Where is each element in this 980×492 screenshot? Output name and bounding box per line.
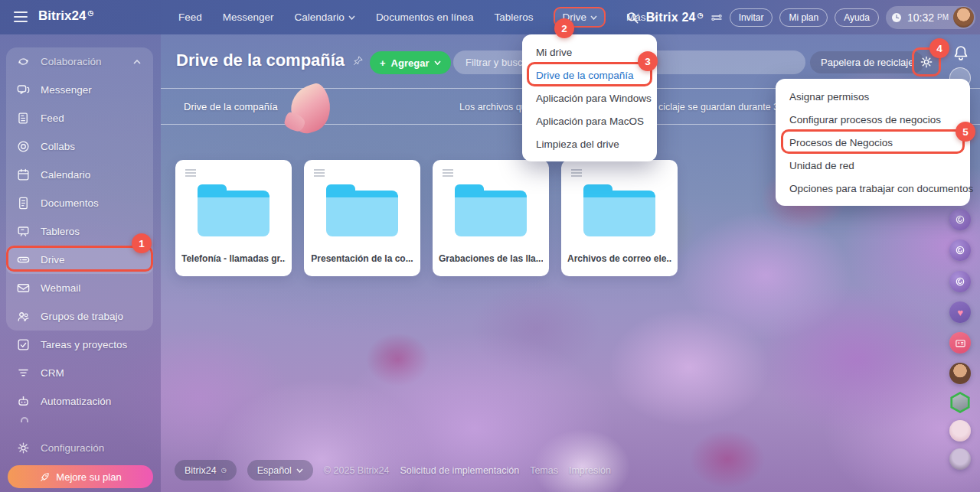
plus-icon: + [380, 57, 386, 69]
nav-item-feed[interactable]: Feed [178, 11, 202, 23]
portal-brand-text: Bitrix 24 [646, 11, 696, 24]
sidebar-item-collabs[interactable]: Collabs [6, 132, 153, 161]
sidebar-item-documentos[interactable]: Documentos [6, 189, 153, 217]
user-photo-avatar[interactable] [949, 363, 971, 384]
drive-icon [16, 253, 31, 267]
user-photo-avatar[interactable] [949, 448, 971, 470]
pin-icon[interactable] [352, 55, 364, 67]
app-logo-text: Bitrix24 [38, 8, 86, 24]
top-navigation: Feed Messenger Calendario Documentos en … [178, 0, 657, 34]
nav-item-calendario[interactable]: Calendario [295, 11, 355, 23]
folder-card-grabaciones[interactable]: Grabaciones de las lla... [433, 160, 549, 276]
sidebar-item-messenger[interactable]: Messenger [6, 76, 153, 104]
sidebar-item-label: Feed [41, 112, 64, 124]
language-selector[interactable]: Español [247, 460, 313, 481]
clock-profile-widget[interactable]: 10:32 PM [886, 6, 975, 29]
help-button[interactable]: Ayuda [835, 8, 879, 27]
language-label: Español [257, 465, 292, 476]
portal-brand[interactable]: Bitrix 24 ◷ [646, 11, 704, 24]
user-avatar[interactable] [953, 7, 974, 28]
card-menu-icon[interactable] [571, 169, 582, 178]
page-title: Drive de la compañía [176, 51, 364, 70]
my-plan-button[interactable]: Mi plan [779, 8, 828, 27]
chevron-down-icon [434, 60, 441, 65]
folder-icon [326, 184, 398, 236]
sidebar-item-drive[interactable]: Drive [6, 246, 153, 274]
sliders-icon[interactable] [710, 11, 723, 24]
annotation-badge-4: 4 [929, 38, 949, 58]
nav-item-documentos-en-linea[interactable]: Documentos en línea [376, 11, 474, 23]
menu-item-limpieza-del-drive[interactable]: Limpieza del drive [522, 132, 657, 155]
search-icon[interactable] [626, 11, 639, 24]
footer-link-impresion[interactable]: Impresión [569, 465, 611, 476]
menu-item-procesos-de-negocios[interactable]: Procesos de Negocios [776, 131, 970, 154]
clock-icon [890, 11, 903, 24]
partially-scrolled-item-icon [21, 417, 28, 422]
annotation-badge-3: 3 [638, 51, 658, 71]
sidebar-item-webmail[interactable]: Webmail [6, 274, 153, 302]
upgrade-plan-button[interactable]: Mejore su plan [8, 465, 153, 488]
copilot-avatar[interactable] [949, 209, 971, 230]
sidebar-item-label: Messenger [41, 84, 92, 96]
folder-name: Presentación de la co... [310, 253, 414, 264]
sidebar-item-automatizacion[interactable]: Automatización [6, 387, 153, 415]
card-menu-icon[interactable] [185, 169, 196, 178]
sidebar-item-label: Collabs [41, 141, 75, 152]
menu-item-unidad-de-red[interactable]: Unidad de red [776, 154, 970, 177]
sidebar-item-configuracion[interactable]: Configuración [6, 434, 153, 462]
menu-item-aplicacion-windows[interactable]: Aplicación para Windows [522, 86, 657, 109]
chevron-down-icon [296, 468, 303, 473]
folder-card-telefonia[interactable]: Telefonía - llamadas gr... [175, 160, 292, 276]
current-time: 10:32 [907, 11, 934, 24]
gear-icon [919, 54, 934, 70]
menu-toggle-icon[interactable] [14, 11, 28, 25]
chevron-down-icon [348, 15, 355, 20]
banner-message-fragment: Los archivos qu [459, 102, 527, 112]
sidebar-section-colaboracion[interactable]: Colaboración [6, 47, 153, 76]
rocket-icon [39, 471, 51, 483]
menu-item-mi-drive[interactable]: Mi drive [522, 41, 657, 64]
invite-button[interactable]: Invitar [730, 8, 773, 27]
copilot-avatar[interactable] [949, 271, 971, 292]
check-square-icon [16, 337, 31, 352]
add-button[interactable]: + Agregar [370, 51, 451, 74]
top-bar: Bitrix24 ◷ Feed Messenger Calendario Doc… [0, 0, 980, 34]
collabs-icon [16, 139, 31, 154]
sidebar-item-tareas-y-proyectos[interactable]: Tareas y proyectos [6, 331, 153, 359]
cat-sticker-avatar[interactable] [949, 420, 971, 441]
sidebar-item-calendario[interactable]: Calendario [6, 161, 153, 189]
recycle-bin-button[interactable]: Papelera de reciclaje [810, 51, 924, 73]
footer-link-temas[interactable]: Temas [530, 465, 558, 476]
card-menu-icon[interactable] [443, 169, 453, 178]
menu-item-aplicacion-macos[interactable]: Aplicación para MacOS [522, 109, 657, 132]
nav-item-tableros[interactable]: Tableros [494, 11, 533, 23]
chevron-up-icon [133, 60, 141, 64]
sidebar-item-feed[interactable]: Feed [6, 104, 153, 132]
app-logo[interactable]: Bitrix24 ◷ [38, 8, 93, 24]
menu-item-asignar-permisos[interactable]: Asignar permisos [776, 85, 970, 108]
annotation-badge-5: 5 [956, 122, 975, 142]
drive-dropdown-menu: Mi drive Drive de la compañía Aplicación… [522, 34, 657, 161]
card-menu-icon[interactable] [314, 169, 325, 178]
contact-card-avatar[interactable] [949, 332, 971, 354]
notifications-bell-icon[interactable] [952, 43, 970, 63]
footer-brand-pill[interactable]: Bitrix24◷ [175, 460, 237, 481]
menu-item-drive-de-la-compania[interactable]: Drive de la compañía [522, 64, 657, 86]
sidebar-item-grupos-de-trabajo[interactable]: Grupos de trabajo [6, 302, 153, 331]
copilot-avatar[interactable] [949, 239, 971, 261]
robot-icon [16, 394, 31, 409]
nav-item-messenger[interactable]: Messenger [223, 11, 274, 23]
sticker-heart-avatar[interactable]: ♥ [949, 301, 971, 323]
folder-card-presentacion[interactable]: Presentación de la co... [304, 160, 420, 276]
sidebar-item-label: Configuración [41, 442, 104, 454]
menu-item-configurar-procesos[interactable]: Configurar procesos de negocios [776, 108, 970, 131]
menu-item-opciones-documentos[interactable]: Opciones para trabajar con documentos [776, 177, 970, 200]
banner-breadcrumb-label: Drive de la compañía [184, 101, 278, 112]
brand-mark-icon: ◷ [697, 11, 704, 19]
sidebar-item-label: Automatización [41, 396, 111, 407]
sidebar-item-label: Webmail [41, 282, 80, 294]
folder-card-archivos-correo[interactable]: Archivos de correo ele... [561, 160, 678, 276]
feed-icon [16, 111, 31, 125]
sidebar-item-crm[interactable]: CRM [6, 359, 153, 387]
footer-link-solicitud[interactable]: Solicitud de implementación [400, 465, 520, 476]
